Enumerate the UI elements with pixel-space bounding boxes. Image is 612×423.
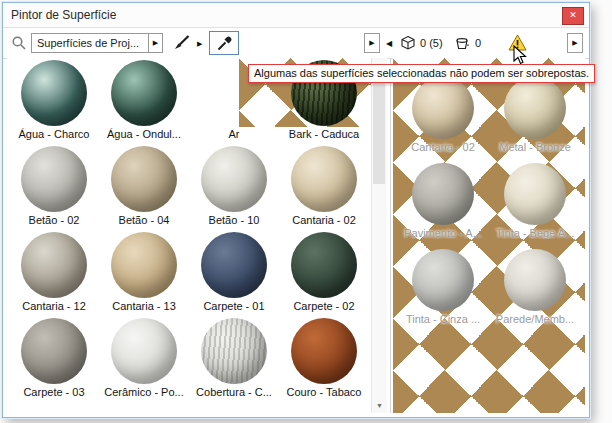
material-swatch[interactable] [111, 318, 177, 384]
panel-collapse-arrow[interactable]: ◀ [386, 39, 392, 48]
material-cell[interactable]: Tinta - Cinza ... [397, 249, 489, 335]
left-panel-flyout-button[interactable]: ▶ [364, 33, 380, 53]
bucket-count: 0 [475, 37, 481, 49]
material-label: Ar [187, 128, 281, 140]
material-swatch[interactable] [412, 77, 474, 139]
material-cell[interactable]: Água - Charco [9, 58, 99, 144]
panel-divider [390, 58, 391, 413]
left-material-grid: Água - CharcoÁgua - Ondul...ArBark - Cad… [9, 58, 369, 402]
material-swatch[interactable] [504, 77, 566, 139]
material-label: Metal - Bronze [487, 141, 583, 153]
material-swatch[interactable] [291, 146, 357, 212]
right-panel-flyout-button[interactable]: ▶ [567, 33, 583, 53]
warning-tooltip: Algumas das superfícies seleccionadas nã… [248, 64, 595, 83]
material-cell[interactable]: Cantaria - 12 [9, 230, 99, 316]
override-surfaces-panel: Cantaria - 02Metal - BronzePavimento - A… [393, 58, 585, 413]
material-cell[interactable]: Carpete - 03 [9, 316, 99, 402]
material-label: Parede/Memb... [487, 313, 583, 325]
brush-flyout-arrow[interactable]: ▶ [197, 40, 202, 48]
material-swatch[interactable] [21, 146, 87, 212]
left-panel-scrollbar[interactable]: ▲ ▼ [371, 58, 387, 413]
material-label: Cantaria - 02 [395, 141, 491, 153]
material-label: Tinta - Bege A... [487, 227, 583, 239]
window-title: Pintor de Superfície [11, 8, 116, 22]
combo-popup-button[interactable]: ▶ [148, 34, 162, 52]
surface-filter-value: Superfícies de Proj... [32, 34, 148, 52]
material-swatch[interactable] [412, 163, 474, 225]
material-cell[interactable]: Betão - 10 [189, 144, 279, 230]
close-button[interactable]: ✕ [562, 7, 584, 25]
material-label: Cantaria - 02 [277, 214, 371, 226]
material-swatch[interactable] [21, 318, 87, 384]
elements-count: 0 (5) [420, 37, 443, 49]
material-swatch[interactable] [291, 318, 357, 384]
material-swatch[interactable] [21, 60, 87, 126]
material-label: Tinta - Cinza ... [395, 313, 491, 325]
material-swatch[interactable] [201, 232, 267, 298]
material-cell[interactable]: Cobertura - C... [189, 316, 279, 402]
material-label: Pavimento - A... [395, 227, 491, 239]
material-cell[interactable]: Parede/Memb... [489, 249, 581, 335]
paint-bucket-icon [453, 35, 471, 51]
material-cell[interactable]: Cantaria - 02 [279, 144, 369, 230]
material-cell[interactable]: Tinta - Bege A... [489, 163, 581, 249]
material-cell[interactable]: Couro - Tabaco [279, 316, 369, 402]
material-label: Carpete - 03 [7, 386, 101, 398]
material-swatch[interactable] [504, 249, 566, 311]
material-swatch[interactable] [111, 60, 177, 126]
material-swatch[interactable] [111, 146, 177, 212]
material-cell[interactable]: Carpete - 01 [189, 230, 279, 316]
material-label: Betão - 10 [187, 214, 281, 226]
material-swatch[interactable] [201, 318, 267, 384]
material-swatch[interactable] [412, 249, 474, 311]
material-cell[interactable]: Betão - 02 [9, 144, 99, 230]
material-cell[interactable]: Cerâmico - Po... [99, 316, 189, 402]
material-cell[interactable]: Cantaria - 02 [397, 77, 489, 163]
paint-brush-button[interactable] [173, 33, 195, 53]
material-cell[interactable]: Água - Ondul... [99, 58, 189, 144]
material-label: Água - Ondul... [97, 128, 191, 140]
eyedropper-button[interactable] [209, 31, 239, 55]
material-label: Cantaria - 13 [97, 300, 191, 312]
available-surfaces-panel: Água - CharcoÁgua - Ondul...ArBark - Cad… [7, 58, 387, 413]
material-label: Cantaria - 12 [7, 300, 101, 312]
material-swatch[interactable] [111, 232, 177, 298]
scroll-down-button[interactable]: ▼ [372, 398, 387, 413]
material-label: Bark - Caduca [277, 128, 371, 140]
material-cell[interactable]: Metal - Bronze [489, 77, 581, 163]
material-swatch[interactable] [21, 232, 87, 298]
scroll-thumb[interactable] [373, 74, 385, 184]
material-swatch[interactable] [291, 232, 357, 298]
mouse-cursor [513, 45, 527, 65]
material-label: Betão - 02 [7, 214, 101, 226]
material-label: Cerâmico - Po... [97, 386, 191, 398]
material-cell[interactable]: Pavimento - A... [397, 163, 489, 249]
material-cell[interactable]: Carpete - 02 [279, 230, 369, 316]
elements-cube-icon [400, 35, 416, 51]
material-label: Carpete - 02 [277, 300, 371, 312]
material-swatch[interactable] [201, 146, 267, 212]
material-swatch[interactable] [504, 163, 566, 225]
material-label: Betão - 04 [97, 214, 191, 226]
material-label: Carpete - 01 [187, 300, 281, 312]
search-icon [11, 35, 27, 51]
right-material-grid: Cantaria - 02Metal - BronzePavimento - A… [397, 77, 581, 335]
material-label: Couro - Tabaco [277, 386, 371, 398]
material-cell[interactable]: Betão - 04 [99, 144, 189, 230]
titlebar[interactable]: Pintor de Superfície ✕ [3, 3, 589, 28]
surface-filter-combo[interactable]: Superfícies de Proj... ▶ [31, 33, 163, 53]
material-cell[interactable]: Cantaria - 13 [99, 230, 189, 316]
material-label: Cobertura - C... [187, 386, 281, 398]
material-label: Água - Charco [7, 128, 101, 140]
toolbar: Superfícies de Proj... ▶ ▶ ▶ ◀ 0 (5) 0 ▶ [3, 28, 589, 59]
